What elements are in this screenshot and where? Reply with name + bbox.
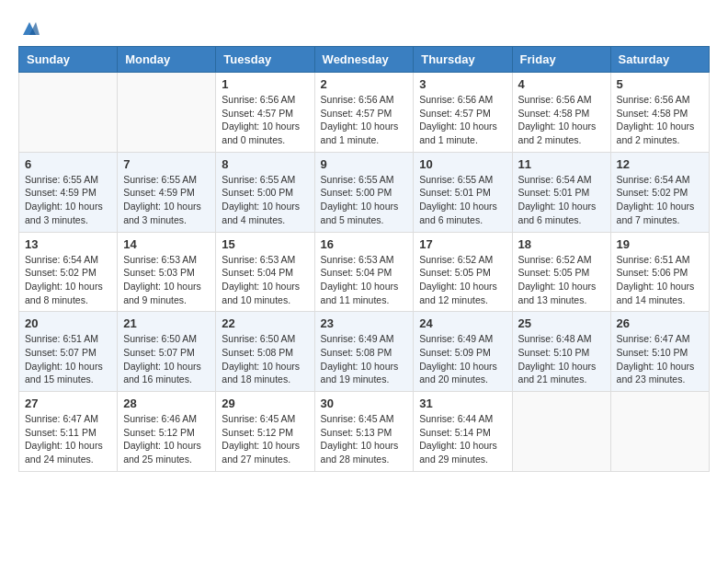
day-info: Sunrise: 6:51 AM Sunset: 5:06 PM Dayligh… <box>617 253 703 307</box>
day-number: 6 <box>25 157 111 171</box>
calendar-cell: 14Sunrise: 6:53 AM Sunset: 5:03 PM Dayli… <box>118 232 216 312</box>
calendar-cell: 22Sunrise: 6:50 AM Sunset: 5:08 PM Dayli… <box>216 312 314 392</box>
day-info: Sunrise: 6:51 AM Sunset: 5:07 PM Dayligh… <box>25 332 111 386</box>
day-info: Sunrise: 6:50 AM Sunset: 5:08 PM Dayligh… <box>222 332 308 386</box>
calendar-cell: 12Sunrise: 6:54 AM Sunset: 5:02 PM Dayli… <box>610 152 709 232</box>
day-info: Sunrise: 6:54 AM Sunset: 5:01 PM Dayligh… <box>518 173 605 227</box>
column-header-wednesday: Wednesday <box>314 47 414 73</box>
day-info: Sunrise: 6:56 AM Sunset: 4:58 PM Dayligh… <box>617 93 703 147</box>
day-info: Sunrise: 6:56 AM Sunset: 4:57 PM Dayligh… <box>222 93 308 147</box>
day-number: 11 <box>518 157 605 171</box>
day-number: 14 <box>123 237 210 251</box>
calendar-cell: 26Sunrise: 6:47 AM Sunset: 5:10 PM Dayli… <box>610 312 709 392</box>
calendar-cell <box>610 392 709 472</box>
calendar-header-row: SundayMondayTuesdayWednesdayThursdayFrid… <box>19 47 710 73</box>
page-header <box>18 18 710 39</box>
calendar-cell: 15Sunrise: 6:53 AM Sunset: 5:04 PM Dayli… <box>216 232 314 312</box>
day-info: Sunrise: 6:55 AM Sunset: 5:01 PM Dayligh… <box>419 173 506 227</box>
day-number: 20 <box>25 316 111 330</box>
calendar-week-2: 6Sunrise: 6:55 AM Sunset: 4:59 PM Daylig… <box>19 152 710 232</box>
calendar-cell <box>512 392 610 472</box>
day-number: 2 <box>321 77 408 91</box>
calendar-cell <box>118 73 216 153</box>
day-number: 17 <box>419 237 506 251</box>
day-info: Sunrise: 6:48 AM Sunset: 5:10 PM Dayligh… <box>518 332 605 386</box>
calendar-cell: 13Sunrise: 6:54 AM Sunset: 5:02 PM Dayli… <box>19 232 118 312</box>
day-number: 21 <box>123 316 210 330</box>
day-number: 3 <box>419 77 506 91</box>
calendar-cell: 31Sunrise: 6:44 AM Sunset: 5:14 PM Dayli… <box>414 392 512 472</box>
calendar-cell: 9Sunrise: 6:55 AM Sunset: 5:00 PM Daylig… <box>314 152 414 232</box>
day-info: Sunrise: 6:52 AM Sunset: 5:05 PM Dayligh… <box>518 253 605 307</box>
column-header-tuesday: Tuesday <box>216 47 314 73</box>
day-number: 7 <box>123 157 210 171</box>
calendar-cell: 25Sunrise: 6:48 AM Sunset: 5:10 PM Dayli… <box>512 312 610 392</box>
column-header-thursday: Thursday <box>414 47 512 73</box>
day-info: Sunrise: 6:56 AM Sunset: 4:57 PM Dayligh… <box>321 93 408 147</box>
day-number: 16 <box>321 237 408 251</box>
day-number: 8 <box>222 157 308 171</box>
calendar-cell: 24Sunrise: 6:49 AM Sunset: 5:09 PM Dayli… <box>414 312 512 392</box>
day-info: Sunrise: 6:53 AM Sunset: 5:03 PM Dayligh… <box>123 253 210 307</box>
calendar-cell: 1Sunrise: 6:56 AM Sunset: 4:57 PM Daylig… <box>216 73 314 153</box>
day-info: Sunrise: 6:49 AM Sunset: 5:08 PM Dayligh… <box>321 332 408 386</box>
day-info: Sunrise: 6:45 AM Sunset: 5:13 PM Dayligh… <box>321 412 408 466</box>
day-info: Sunrise: 6:47 AM Sunset: 5:11 PM Dayligh… <box>25 412 111 466</box>
calendar-cell: 17Sunrise: 6:52 AM Sunset: 5:05 PM Dayli… <box>414 232 512 312</box>
calendar-week-4: 20Sunrise: 6:51 AM Sunset: 5:07 PM Dayli… <box>19 312 710 392</box>
column-header-monday: Monday <box>118 47 216 73</box>
day-info: Sunrise: 6:47 AM Sunset: 5:10 PM Dayligh… <box>617 332 703 386</box>
day-info: Sunrise: 6:56 AM Sunset: 4:58 PM Dayligh… <box>518 93 605 147</box>
day-info: Sunrise: 6:55 AM Sunset: 4:59 PM Dayligh… <box>123 173 210 227</box>
day-info: Sunrise: 6:44 AM Sunset: 5:14 PM Dayligh… <box>419 412 506 466</box>
day-number: 18 <box>518 237 605 251</box>
day-number: 19 <box>617 237 703 251</box>
day-info: Sunrise: 6:45 AM Sunset: 5:12 PM Dayligh… <box>222 412 308 466</box>
day-number: 24 <box>419 316 506 330</box>
day-info: Sunrise: 6:53 AM Sunset: 5:04 PM Dayligh… <box>222 253 308 307</box>
day-number: 28 <box>123 396 210 410</box>
calendar-cell: 10Sunrise: 6:55 AM Sunset: 5:01 PM Dayli… <box>414 152 512 232</box>
day-number: 4 <box>518 77 605 91</box>
calendar-cell: 18Sunrise: 6:52 AM Sunset: 5:05 PM Dayli… <box>512 232 610 312</box>
day-number: 29 <box>222 396 308 410</box>
column-header-sunday: Sunday <box>19 47 118 73</box>
day-number: 27 <box>25 396 111 410</box>
day-number: 31 <box>419 396 506 410</box>
day-info: Sunrise: 6:56 AM Sunset: 4:57 PM Dayligh… <box>419 93 506 147</box>
calendar-cell: 2Sunrise: 6:56 AM Sunset: 4:57 PM Daylig… <box>314 73 414 153</box>
day-info: Sunrise: 6:50 AM Sunset: 5:07 PM Dayligh… <box>123 332 210 386</box>
calendar-cell: 27Sunrise: 6:47 AM Sunset: 5:11 PM Dayli… <box>19 392 118 472</box>
day-info: Sunrise: 6:49 AM Sunset: 5:09 PM Dayligh… <box>419 332 506 386</box>
calendar-cell: 6Sunrise: 6:55 AM Sunset: 4:59 PM Daylig… <box>19 152 118 232</box>
calendar-cell: 3Sunrise: 6:56 AM Sunset: 4:57 PM Daylig… <box>414 73 512 153</box>
day-info: Sunrise: 6:54 AM Sunset: 5:02 PM Dayligh… <box>617 173 703 227</box>
calendar-cell: 4Sunrise: 6:56 AM Sunset: 4:58 PM Daylig… <box>512 73 610 153</box>
column-header-saturday: Saturday <box>610 47 709 73</box>
calendar-table: SundayMondayTuesdayWednesdayThursdayFrid… <box>18 46 710 472</box>
calendar-cell: 28Sunrise: 6:46 AM Sunset: 5:12 PM Dayli… <box>118 392 216 472</box>
calendar-week-3: 13Sunrise: 6:54 AM Sunset: 5:02 PM Dayli… <box>19 232 710 312</box>
day-number: 26 <box>617 316 703 330</box>
day-number: 23 <box>321 316 408 330</box>
day-info: Sunrise: 6:55 AM Sunset: 5:00 PM Dayligh… <box>321 173 408 227</box>
calendar-week-1: 1Sunrise: 6:56 AM Sunset: 4:57 PM Daylig… <box>19 73 710 153</box>
day-number: 15 <box>222 237 308 251</box>
day-number: 13 <box>25 237 111 251</box>
day-number: 30 <box>321 396 408 410</box>
day-info: Sunrise: 6:52 AM Sunset: 5:05 PM Dayligh… <box>419 253 506 307</box>
calendar-cell <box>19 73 118 153</box>
day-info: Sunrise: 6:46 AM Sunset: 5:12 PM Dayligh… <box>123 412 210 466</box>
calendar-cell: 7Sunrise: 6:55 AM Sunset: 4:59 PM Daylig… <box>118 152 216 232</box>
calendar-cell: 20Sunrise: 6:51 AM Sunset: 5:07 PM Dayli… <box>19 312 118 392</box>
day-info: Sunrise: 6:55 AM Sunset: 5:00 PM Dayligh… <box>222 173 308 227</box>
day-number: 22 <box>222 316 308 330</box>
calendar-cell: 29Sunrise: 6:45 AM Sunset: 5:12 PM Dayli… <box>216 392 314 472</box>
calendar-cell: 8Sunrise: 6:55 AM Sunset: 5:00 PM Daylig… <box>216 152 314 232</box>
day-number: 9 <box>321 157 408 171</box>
day-number: 10 <box>419 157 506 171</box>
column-header-friday: Friday <box>512 47 610 73</box>
calendar-cell: 30Sunrise: 6:45 AM Sunset: 5:13 PM Dayli… <box>314 392 414 472</box>
logo-icon <box>19 18 40 39</box>
day-number: 12 <box>617 157 703 171</box>
